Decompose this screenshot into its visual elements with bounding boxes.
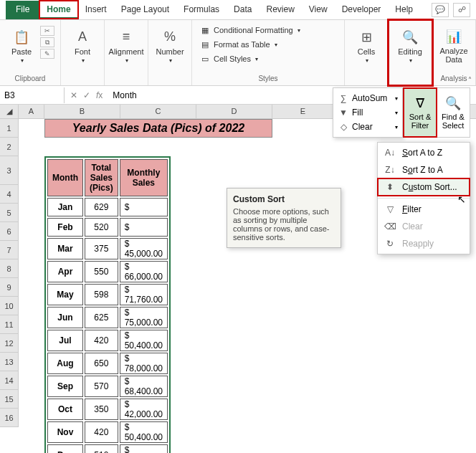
tab-review[interactable]: Review (259, 1, 301, 19)
cell-total[interactable]: 598 (85, 284, 118, 305)
editing-button[interactable]: 🔍 Editing▾ (393, 23, 427, 69)
row-2[interactable]: 2 (0, 138, 19, 156)
header-sales[interactable]: Monthly Sales (120, 159, 168, 196)
copy-icon[interactable]: ⧉ (40, 37, 54, 47)
menu-sort-za[interactable]: Z↓ Sort Z to A (378, 161, 470, 178)
cell-sales[interactable]: $ (120, 198, 168, 216)
cells-button[interactable]: ⊞ Cells▾ (349, 23, 384, 69)
cell-sales[interactable]: $ (120, 218, 168, 237)
row-10[interactable]: 10 (0, 297, 19, 315)
cell-month[interactable]: Jun (47, 307, 83, 328)
cell-sales[interactable]: $78,000.00 (120, 353, 168, 374)
tab-file[interactable]: File (6, 1, 39, 19)
cell-sales[interactable]: $68,400.00 (120, 376, 168, 397)
menu-custom-sort[interactable]: ⬍ Custom Sort... (378, 178, 470, 196)
cell-month[interactable]: Aug (47, 353, 83, 374)
row-13[interactable]: 13 (0, 353, 19, 371)
sort-filter-button[interactable]: ᐁ Sort & Filter (404, 88, 437, 137)
cell-month[interactable]: Jul (47, 330, 83, 351)
share-button[interactable]: ☍ (453, 3, 470, 17)
col-A[interactable]: A (19, 105, 44, 118)
cell-sales[interactable]: $50,400.00 (120, 330, 168, 351)
select-all-corner[interactable]: ◢ (0, 105, 19, 118)
col-B[interactable]: B (44, 105, 120, 118)
fill-item[interactable]: ▼ Fill▾ (336, 105, 399, 120)
cell-month[interactable]: Nov (47, 421, 83, 443)
cell-month[interactable]: May (47, 284, 83, 305)
row-5[interactable]: 5 (0, 204, 19, 222)
find-select-button[interactable]: 🔍 Find & Select (437, 88, 470, 137)
cell-sales[interactable]: $42,000.00 (120, 399, 168, 420)
row-7[interactable]: 7 (0, 241, 19, 259)
cell-styles-button[interactable]: ▭ Cell Styles▾ (196, 52, 311, 66)
header-total[interactable]: Total Sales (Pics) (85, 159, 118, 196)
row-12[interactable]: 12 (0, 334, 19, 353)
cell-total[interactable]: 629 (85, 198, 118, 216)
cell-total[interactable]: 420 (85, 421, 118, 443)
tab-developer[interactable]: Developer (335, 1, 389, 19)
number-button[interactable]: % Number▾ (153, 23, 187, 69)
cell-total[interactable]: 350 (85, 399, 118, 420)
tab-data[interactable]: Data (227, 1, 259, 19)
cell-sales[interactable]: $45,000.00 (120, 238, 168, 259)
paste-button[interactable]: 📋 Paste ▾ (4, 23, 39, 69)
cell-sales[interactable]: $71,760.00 (120, 284, 168, 305)
menu-sort-az[interactable]: A↓ Sort A to Z (378, 144, 470, 161)
row-9[interactable]: 9 (0, 278, 19, 297)
cell-sales[interactable]: $50,400.00 (120, 421, 168, 443)
cell-total[interactable]: 510 (85, 444, 118, 453)
fx-icon[interactable]: fx (96, 90, 103, 100)
col-D[interactable]: D (196, 105, 272, 118)
cell-sales[interactable]: $66,000.00 (120, 261, 168, 282)
tab-home[interactable]: Home (39, 1, 77, 19)
font-button[interactable]: A Font▾ (65, 23, 100, 69)
cancel-icon[interactable]: ✕ (70, 90, 77, 100)
tab-help[interactable]: Help (388, 1, 420, 19)
tab-insert[interactable]: Insert (78, 1, 114, 19)
comments-button[interactable]: 💬 (432, 3, 449, 17)
format-as-table-button[interactable]: ▤ Format as Table▾ (196, 37, 311, 52)
cell-month[interactable]: Sep (47, 376, 83, 397)
tab-formulas[interactable]: Formulas (176, 1, 227, 19)
name-box[interactable]: B3 (0, 87, 65, 103)
row-4[interactable]: 4 (0, 185, 19, 204)
table-title[interactable]: Yearly Sales Data (Pics) of 2022 (44, 119, 272, 138)
analyze-data-button[interactable]: 📊 Analyze Data (437, 23, 471, 69)
row-14[interactable]: 14 (0, 371, 19, 390)
cell-total[interactable]: 375 (85, 238, 118, 259)
header-month[interactable]: Month (47, 159, 83, 196)
tab-pagelayout[interactable]: Page Layout (114, 1, 176, 19)
cell-month[interactable]: Oct (47, 399, 83, 420)
cell-month[interactable]: Dec (47, 444, 83, 453)
tab-view[interactable]: View (302, 1, 335, 19)
cell-month[interactable]: Apr (47, 261, 83, 282)
cell-month[interactable]: Feb (47, 218, 83, 237)
collapse-ribbon-icon[interactable]: ˄ (468, 76, 472, 84)
cell-total[interactable]: 520 (85, 218, 118, 237)
cell-sales[interactable]: $75,000.00 (120, 307, 168, 328)
clear-item[interactable]: ◇ Clear▾ (336, 120, 399, 134)
cell-total[interactable]: 625 (85, 307, 118, 328)
menu-filter[interactable]: ▽ Filter (378, 201, 470, 218)
cell-sales[interactable]: $61,200.00 (120, 444, 168, 453)
alignment-button[interactable]: ≡ Alignment▾ (109, 23, 143, 69)
cell-total[interactable]: 550 (85, 261, 118, 282)
cell-total[interactable]: 420 (85, 330, 118, 351)
col-C[interactable]: C (120, 105, 196, 118)
conditional-formatting-button[interactable]: ▦ Conditional Formatting▾ (196, 23, 311, 37)
cell-month[interactable]: Jan (47, 198, 83, 216)
cell-month[interactable]: Mar (47, 238, 83, 259)
row-16[interactable]: 16 (0, 409, 19, 427)
row-11[interactable]: 11 (0, 315, 19, 334)
cell-total[interactable]: 570 (85, 376, 118, 397)
row-8[interactable]: 8 (0, 259, 19, 278)
row-3[interactable]: 3 (0, 156, 19, 185)
format-painter-icon[interactable]: ✎ (40, 49, 54, 59)
col-E[interactable]: E (272, 105, 334, 118)
autosum-item[interactable]: ∑ AutoSum▾ (336, 91, 399, 105)
cut-icon[interactable]: ✂ (40, 26, 54, 36)
row-1[interactable]: 1 (0, 119, 19, 138)
enter-icon[interactable]: ✓ (83, 90, 90, 100)
cell-total[interactable]: 650 (85, 353, 118, 374)
row-6[interactable]: 6 (0, 222, 19, 241)
